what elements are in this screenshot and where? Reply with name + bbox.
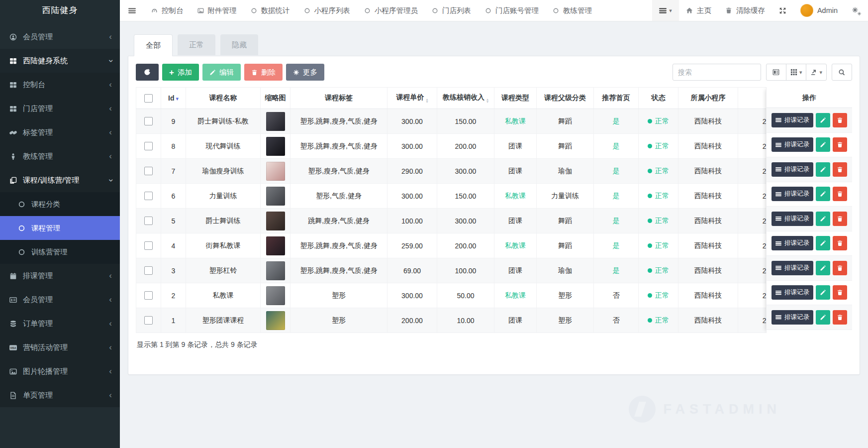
schedule-records-button[interactable]: 排课记录 [772,261,813,275]
more-button[interactable]: 更多 [286,64,324,81]
course-thumbnail[interactable] [266,187,285,206]
columns-button[interactable]: ▾ [786,64,807,81]
topnav-item-store-account-management[interactable]: 门店账号管理 [478,0,546,21]
sidebar-item-marketing-management[interactable]: VISA营销活动管理‹ [0,336,120,359]
schedule-records-label: 排课记录 [784,288,809,297]
sidebar-item-console[interactable]: 控制台‹ [0,73,120,97]
tab-1[interactable]: 正常 [178,34,215,55]
sidebar-item-course-management[interactable]: 课程管理 [0,216,120,240]
course-thumbnail[interactable] [266,311,285,330]
row-checkbox[interactable] [144,217,153,225]
sidebar-item-member-management[interactable]: 会员管理‹ [0,288,120,312]
course-thumbnail[interactable] [266,212,285,230]
schedule-records-button[interactable]: 排课记录 [772,187,813,201]
brand-logo[interactable]: 西陆健身 [0,0,120,21]
cell-id: 9 [161,109,186,134]
row-edit-button[interactable] [816,162,830,177]
course-thumbnail[interactable] [266,261,285,280]
schedule-records-button[interactable]: 排课记录 [772,285,813,300]
schedule-records-button[interactable]: 排课记录 [772,310,813,325]
topnav-item-miniapp-admin[interactable]: 小程序管理员 [357,0,425,21]
row-checkbox[interactable] [144,266,153,275]
column-header-income[interactable]: 教练核销收入▴▾ [437,88,494,109]
topnav-item-attachment-management[interactable]: 附件管理 [191,0,244,21]
sidebar-item-single-page-management[interactable]: 单页管理‹ [0,383,120,407]
sidebar-item-order-management[interactable]: 订单管理‹ [0,312,120,336]
search-button[interactable] [832,64,852,81]
row-edit-button[interactable] [816,187,830,201]
row-delete-button[interactable] [833,236,847,250]
clear-cache-link[interactable]: 清除缓存 [718,0,772,21]
row-edit-button[interactable] [816,212,830,226]
export-button[interactable]: ▾ [806,64,827,81]
home-link[interactable]: 主页 [679,0,718,21]
topnav-item-data-statistics[interactable]: 数据统计 [244,0,297,21]
course-thumbnail[interactable] [266,137,285,156]
refresh-button[interactable] [136,64,159,81]
topnav-item-coach-management[interactable]: 教练管理 [546,0,599,21]
card-view-button[interactable] [766,64,786,81]
search-input[interactable] [673,64,761,81]
schedule-records-button[interactable]: 排课记录 [772,212,813,226]
sidebar-item-tag-management[interactable]: 标签管理‹ [0,120,120,144]
row-edit-button[interactable] [816,236,830,250]
topnav-item-store-list[interactable]: 门店列表 [425,0,478,21]
settings-button[interactable] [845,0,868,21]
row-edit-button[interactable] [816,261,830,275]
sidebar-item-store-management[interactable]: 门店管理‹ [0,97,120,120]
row-delete-button[interactable] [833,261,847,275]
schedule-records-button[interactable]: 排课记录 [772,137,813,152]
row-checkbox[interactable] [144,291,153,300]
user-menu[interactable]: Admin [793,0,845,21]
row-checkbox[interactable] [144,167,153,175]
topnav-item-miniapp-list[interactable]: 小程序列表 [297,0,358,21]
row-delete-button[interactable] [833,212,847,226]
sidebar-item-coach-management[interactable]: 教练管理‹ [0,144,120,168]
row-edit-button[interactable] [816,310,830,325]
sidebar-item-course-camp-management[interactable]: 课程/训练营/管理‹ [0,168,120,192]
column-header-id[interactable]: Id▾ [161,88,186,109]
add-button[interactable]: + 添加 [162,64,199,81]
sidebar-item-banner-management[interactable]: 图片轮播管理‹ [0,359,120,383]
row-edit-button[interactable] [816,137,830,152]
course-thumbnail[interactable] [266,112,285,131]
course-thumbnail[interactable] [266,286,285,305]
row-delete-button[interactable] [833,285,847,300]
select-all-checkbox[interactable] [144,94,153,103]
tab-0[interactable]: 全部 [134,34,173,56]
cell-recommend: 否 [594,283,639,308]
row-checkbox[interactable] [144,316,153,325]
cell-app: 西陆科技 [678,109,738,134]
course-thumbnail[interactable] [266,236,285,255]
fullscreen-button[interactable] [772,0,793,21]
schedule-records-button[interactable]: 排课记录 [772,236,813,250]
table-row: 4街舞私教课塑形,跳舞,瘦身,气质,健身259.00200.00私教课舞蹈是正常… [136,233,853,258]
sidebar-toggle-button[interactable] [120,0,144,21]
schedule-records-button[interactable]: 排课记录 [772,162,813,177]
topnav-item-dashboard[interactable]: 控制台 [144,0,191,21]
tab-2[interactable]: 隐藏 [220,34,258,55]
sidebar-item-training-camp-management[interactable]: 训练营管理 [0,240,120,264]
row-checkbox[interactable] [144,241,153,250]
row-edit-button[interactable] [816,285,830,300]
row-checkbox[interactable] [144,142,153,150]
course-thumbnail[interactable] [266,162,285,181]
row-edit-button[interactable] [816,113,830,127]
sidebar-item-member-management-top[interactable]: 会员管理‹ [0,25,120,49]
row-checkbox[interactable] [144,117,153,125]
delete-button[interactable]: 删除 [244,64,283,81]
sidebar-item-course-category[interactable]: 课程分类 [0,192,120,216]
row-delete-button[interactable] [833,310,847,325]
recommend-label: 是 [613,142,620,150]
edit-button[interactable]: 编辑 [202,64,241,81]
sidebar-item-xilu-fitness-system[interactable]: 西陆健身系统‹ [0,49,120,73]
row-delete-button[interactable] [833,137,847,152]
row-checkbox[interactable] [144,192,153,200]
menu-list-dropdown[interactable]: ▾ [652,0,679,21]
row-delete-button[interactable] [833,187,847,201]
row-delete-button[interactable] [833,162,847,177]
schedule-records-button[interactable]: 排课记录 [772,113,813,127]
column-header-price[interactable]: 课程单价▴▾ [387,88,437,109]
row-delete-button[interactable] [833,113,847,127]
sidebar-item-schedule-management[interactable]: 排课管理‹ [0,264,120,288]
